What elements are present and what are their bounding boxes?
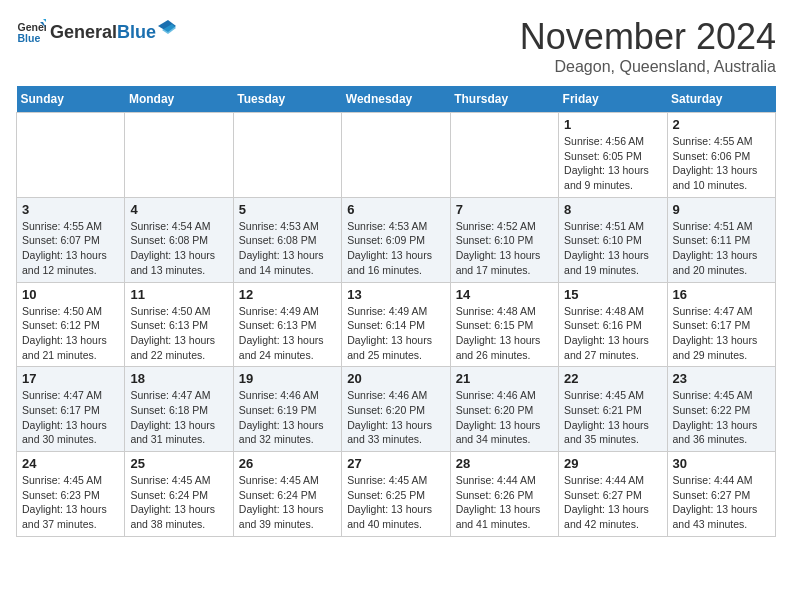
day-number: 26 <box>239 456 336 471</box>
day-info: Sunrise: 4:47 AM Sunset: 6:17 PM Dayligh… <box>673 304 770 363</box>
day-number: 5 <box>239 202 336 217</box>
calendar-day-25: 25Sunrise: 4:45 AM Sunset: 6:24 PM Dayli… <box>125 452 233 537</box>
day-info: Sunrise: 4:56 AM Sunset: 6:05 PM Dayligh… <box>564 134 661 193</box>
page-header: General Blue General Blue November 2024 … <box>16 16 776 76</box>
day-number: 12 <box>239 287 336 302</box>
calendar-day-29: 29Sunrise: 4:44 AM Sunset: 6:27 PM Dayli… <box>559 452 667 537</box>
day-info: Sunrise: 4:53 AM Sunset: 6:08 PM Dayligh… <box>239 219 336 278</box>
calendar-day-12: 12Sunrise: 4:49 AM Sunset: 6:13 PM Dayli… <box>233 282 341 367</box>
day-info: Sunrise: 4:45 AM Sunset: 6:23 PM Dayligh… <box>22 473 119 532</box>
title-area: November 2024 Deagon, Queensland, Austra… <box>520 16 776 76</box>
calendar-day-11: 11Sunrise: 4:50 AM Sunset: 6:13 PM Dayli… <box>125 282 233 367</box>
calendar-day-2: 2Sunrise: 4:55 AM Sunset: 6:06 PM Daylig… <box>667 113 775 198</box>
calendar-day-20: 20Sunrise: 4:46 AM Sunset: 6:20 PM Dayli… <box>342 367 450 452</box>
day-info: Sunrise: 4:49 AM Sunset: 6:14 PM Dayligh… <box>347 304 444 363</box>
logo-arrow-icon <box>158 20 176 38</box>
calendar-week-5: 24Sunrise: 4:45 AM Sunset: 6:23 PM Dayli… <box>17 452 776 537</box>
calendar-day-19: 19Sunrise: 4:46 AM Sunset: 6:19 PM Dayli… <box>233 367 341 452</box>
day-info: Sunrise: 4:48 AM Sunset: 6:15 PM Dayligh… <box>456 304 553 363</box>
day-info: Sunrise: 4:51 AM Sunset: 6:11 PM Dayligh… <box>673 219 770 278</box>
day-number: 8 <box>564 202 661 217</box>
day-info: Sunrise: 4:54 AM Sunset: 6:08 PM Dayligh… <box>130 219 227 278</box>
calendar-day-27: 27Sunrise: 4:45 AM Sunset: 6:25 PM Dayli… <box>342 452 450 537</box>
day-number: 17 <box>22 371 119 386</box>
calendar-empty-cell <box>450 113 558 198</box>
calendar-day-17: 17Sunrise: 4:47 AM Sunset: 6:17 PM Dayli… <box>17 367 125 452</box>
day-info: Sunrise: 4:44 AM Sunset: 6:27 PM Dayligh… <box>673 473 770 532</box>
weekday-header-thursday: Thursday <box>450 86 558 113</box>
calendar-day-7: 7Sunrise: 4:52 AM Sunset: 6:10 PM Daylig… <box>450 197 558 282</box>
day-number: 22 <box>564 371 661 386</box>
day-info: Sunrise: 4:45 AM Sunset: 6:22 PM Dayligh… <box>673 388 770 447</box>
calendar-day-6: 6Sunrise: 4:53 AM Sunset: 6:09 PM Daylig… <box>342 197 450 282</box>
day-number: 2 <box>673 117 770 132</box>
day-number: 24 <box>22 456 119 471</box>
weekday-header-saturday: Saturday <box>667 86 775 113</box>
calendar-day-1: 1Sunrise: 4:56 AM Sunset: 6:05 PM Daylig… <box>559 113 667 198</box>
day-number: 16 <box>673 287 770 302</box>
calendar-day-3: 3Sunrise: 4:55 AM Sunset: 6:07 PM Daylig… <box>17 197 125 282</box>
calendar-day-8: 8Sunrise: 4:51 AM Sunset: 6:10 PM Daylig… <box>559 197 667 282</box>
calendar-day-10: 10Sunrise: 4:50 AM Sunset: 6:12 PM Dayli… <box>17 282 125 367</box>
day-info: Sunrise: 4:47 AM Sunset: 6:18 PM Dayligh… <box>130 388 227 447</box>
calendar-day-16: 16Sunrise: 4:47 AM Sunset: 6:17 PM Dayli… <box>667 282 775 367</box>
weekday-header-wednesday: Wednesday <box>342 86 450 113</box>
day-number: 9 <box>673 202 770 217</box>
calendar-day-24: 24Sunrise: 4:45 AM Sunset: 6:23 PM Dayli… <box>17 452 125 537</box>
location-title: Deagon, Queensland, Australia <box>520 58 776 76</box>
weekday-header-sunday: Sunday <box>17 86 125 113</box>
month-title: November 2024 <box>520 16 776 58</box>
calendar-day-18: 18Sunrise: 4:47 AM Sunset: 6:18 PM Dayli… <box>125 367 233 452</box>
day-info: Sunrise: 4:50 AM Sunset: 6:12 PM Dayligh… <box>22 304 119 363</box>
calendar-day-28: 28Sunrise: 4:44 AM Sunset: 6:26 PM Dayli… <box>450 452 558 537</box>
calendar-day-22: 22Sunrise: 4:45 AM Sunset: 6:21 PM Dayli… <box>559 367 667 452</box>
logo-general: General <box>50 22 117 43</box>
day-info: Sunrise: 4:49 AM Sunset: 6:13 PM Dayligh… <box>239 304 336 363</box>
day-number: 23 <box>673 371 770 386</box>
calendar-day-21: 21Sunrise: 4:46 AM Sunset: 6:20 PM Dayli… <box>450 367 558 452</box>
day-number: 19 <box>239 371 336 386</box>
calendar-day-4: 4Sunrise: 4:54 AM Sunset: 6:08 PM Daylig… <box>125 197 233 282</box>
calendar-week-1: 1Sunrise: 4:56 AM Sunset: 6:05 PM Daylig… <box>17 113 776 198</box>
calendar-empty-cell <box>233 113 341 198</box>
day-number: 30 <box>673 456 770 471</box>
calendar-empty-cell <box>125 113 233 198</box>
logo-blue: Blue <box>117 22 156 43</box>
day-number: 21 <box>456 371 553 386</box>
weekday-header-row: SundayMondayTuesdayWednesdayThursdayFrid… <box>17 86 776 113</box>
logo-icon: General Blue <box>16 16 46 46</box>
weekday-header-friday: Friday <box>559 86 667 113</box>
calendar-week-2: 3Sunrise: 4:55 AM Sunset: 6:07 PM Daylig… <box>17 197 776 282</box>
day-number: 25 <box>130 456 227 471</box>
day-info: Sunrise: 4:46 AM Sunset: 6:20 PM Dayligh… <box>456 388 553 447</box>
day-info: Sunrise: 4:47 AM Sunset: 6:17 PM Dayligh… <box>22 388 119 447</box>
day-number: 28 <box>456 456 553 471</box>
day-number: 4 <box>130 202 227 217</box>
day-number: 10 <box>22 287 119 302</box>
calendar-day-5: 5Sunrise: 4:53 AM Sunset: 6:08 PM Daylig… <box>233 197 341 282</box>
day-number: 1 <box>564 117 661 132</box>
calendar-week-3: 10Sunrise: 4:50 AM Sunset: 6:12 PM Dayli… <box>17 282 776 367</box>
day-info: Sunrise: 4:50 AM Sunset: 6:13 PM Dayligh… <box>130 304 227 363</box>
calendar-week-4: 17Sunrise: 4:47 AM Sunset: 6:17 PM Dayli… <box>17 367 776 452</box>
logo: General Blue General Blue <box>16 16 176 46</box>
day-info: Sunrise: 4:44 AM Sunset: 6:27 PM Dayligh… <box>564 473 661 532</box>
calendar-day-13: 13Sunrise: 4:49 AM Sunset: 6:14 PM Dayli… <box>342 282 450 367</box>
weekday-header-monday: Monday <box>125 86 233 113</box>
svg-text:Blue: Blue <box>18 32 41 44</box>
day-info: Sunrise: 4:48 AM Sunset: 6:16 PM Dayligh… <box>564 304 661 363</box>
day-number: 7 <box>456 202 553 217</box>
day-info: Sunrise: 4:46 AM Sunset: 6:20 PM Dayligh… <box>347 388 444 447</box>
day-info: Sunrise: 4:45 AM Sunset: 6:25 PM Dayligh… <box>347 473 444 532</box>
calendar-table: SundayMondayTuesdayWednesdayThursdayFrid… <box>16 86 776 537</box>
calendar-day-9: 9Sunrise: 4:51 AM Sunset: 6:11 PM Daylig… <box>667 197 775 282</box>
day-info: Sunrise: 4:52 AM Sunset: 6:10 PM Dayligh… <box>456 219 553 278</box>
day-info: Sunrise: 4:55 AM Sunset: 6:06 PM Dayligh… <box>673 134 770 193</box>
calendar-day-30: 30Sunrise: 4:44 AM Sunset: 6:27 PM Dayli… <box>667 452 775 537</box>
calendar-empty-cell <box>342 113 450 198</box>
weekday-header-tuesday: Tuesday <box>233 86 341 113</box>
day-number: 6 <box>347 202 444 217</box>
day-info: Sunrise: 4:46 AM Sunset: 6:19 PM Dayligh… <box>239 388 336 447</box>
calendar-day-26: 26Sunrise: 4:45 AM Sunset: 6:24 PM Dayli… <box>233 452 341 537</box>
day-number: 27 <box>347 456 444 471</box>
